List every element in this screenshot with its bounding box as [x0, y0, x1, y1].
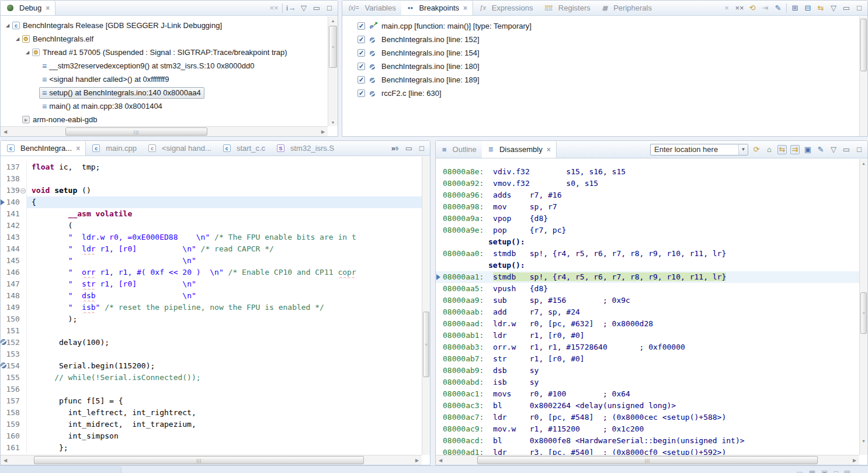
maximize-icon[interactable]: □	[417, 144, 426, 153]
tab-debug[interactable]: Debug ×	[1, 1, 55, 15]
scroll-thumb[interactable]: |||	[477, 456, 817, 464]
maximize-icon[interactable]: □	[855, 145, 864, 154]
scroll-up-icon[interactable]: ▲	[860, 159, 867, 167]
refresh-icon[interactable]: ⟳	[752, 145, 761, 154]
code-editor-area[interactable]: 137float ic, tmp;138139−void setup ()140…	[1, 157, 422, 455]
tab-outline[interactable]: ▦Outline	[436, 141, 482, 158]
breakpoint-row[interactable]: ✓↗main.cpp [function: main()] [type: Tem…	[357, 19, 860, 33]
view-menu-icon[interactable]: ▽	[829, 145, 838, 154]
editor-tab-start-c-c[interactable]: cstart_c.c	[217, 141, 270, 156]
scroll-thumb[interactable]: ≡	[860, 292, 867, 334]
collapse-all-icon[interactable]: ⊟	[803, 4, 813, 13]
expander-icon[interactable]: ◢	[24, 50, 31, 55]
tab-variables[interactable]: (x)=Variables	[342, 1, 401, 15]
skip-all-breakpoints-icon[interactable]: ✎	[773, 4, 783, 13]
tree-item[interactable]: ≡main() at main.cpp:38 0x8001404	[1, 99, 328, 113]
close-icon[interactable]: ×	[547, 146, 551, 154]
scroll-thumb[interactable]	[860, 19, 867, 71]
breakpoint-row[interactable]: ✓BenchIntegrals.ino [line: 180]	[357, 60, 860, 73]
pin-view-icon[interactable]: ✎	[816, 145, 825, 154]
close-icon[interactable]: ×	[463, 4, 467, 12]
checkbox[interactable]: ✓	[357, 36, 365, 43]
tab-overflow-chevron[interactable]: »9	[389, 144, 401, 153]
show-suspend-info-icon[interactable]: i→	[286, 4, 296, 13]
scroll-thumb[interactable]: ≡	[329, 26, 337, 68]
disassembly-listing[interactable]: 08000a8e: vdiv.f32 s15, s16, s1508000a92…	[436, 159, 859, 455]
editor-tab-benchintegra-[interactable]: cBenchIntegra...×	[1, 141, 86, 156]
tree-item[interactable]: ◢cBenchIntegrals Release [GDB SEGGER J-L…	[1, 19, 328, 32]
scroll-thumb[interactable]: |||	[65, 127, 207, 136]
follow-execution-icon[interactable]: ⇉	[790, 145, 800, 154]
tree-item[interactable]: ≡__stm32reservedexception9() at stm32_is…	[1, 59, 328, 72]
tab-disassembly[interactable]: ≣Disassembly×	[482, 141, 557, 158]
scroll-thumb[interactable]: |||	[34, 456, 364, 464]
open-new-view-icon[interactable]: ▣	[803, 145, 813, 154]
tree-item[interactable]: ◢⚙Thread #1 57005 (Suspended : Signal : …	[1, 46, 328, 59]
home-icon[interactable]: ⌂	[765, 145, 774, 154]
remove-all-terminated-icon[interactable]: ××	[269, 4, 279, 13]
fold-minus-icon[interactable]: −	[20, 185, 26, 196]
breakpoint-row[interactable]: ✓BenchIntegrals.ino [line: 152]	[357, 33, 860, 46]
editor-tab--signal-hand-[interactable]: c<signal hand...	[142, 141, 217, 156]
location-combo[interactable]: Enter location here ▼	[650, 144, 748, 156]
disassembly-horizontal-scrollbar[interactable]: ◀ ||| ▶	[436, 455, 859, 465]
disassembly-vertical-scrollbar[interactable]: ▲ ≡ ▼	[859, 159, 867, 455]
close-icon[interactable]: ×	[46, 4, 50, 12]
debug-horizontal-scrollbar[interactable]: ◀ ||| ▶	[1, 126, 328, 136]
scroll-left-icon[interactable]: ◀	[1, 129, 10, 134]
tree-item[interactable]: ≡setup() at BenchIntegrals.ino:140 0x800…	[1, 86, 328, 99]
status-icon[interactable]: ▤	[844, 469, 850, 473]
scroll-down-icon[interactable]: ▼	[328, 118, 338, 126]
scroll-right-icon[interactable]: ▶	[412, 458, 422, 463]
import-breakpoints-icon[interactable]: ⇥	[761, 4, 770, 13]
scroll-left-icon[interactable]: ◀	[1, 458, 10, 463]
editor-horizontal-scrollbar[interactable]: ◀ ||| ▶	[1, 455, 422, 465]
reset-view-icon[interactable]: ⟲	[748, 4, 757, 13]
link-with-debug-icon[interactable]: ⇆	[816, 4, 825, 13]
editor-tab-main-cpp[interactable]: cmain.cpp	[86, 141, 142, 156]
location-input[interactable]: Enter location here	[651, 145, 738, 154]
tab-expressions[interactable]: ƒxExpressions	[473, 1, 538, 15]
checkbox[interactable]: ✓	[357, 63, 365, 70]
expander-icon[interactable]: ◢	[14, 36, 21, 42]
tree-item[interactable]: ▸arm-none-eabi-gdb	[1, 113, 328, 126]
checkbox[interactable]: ✓	[357, 49, 365, 57]
checkbox[interactable]: ✓	[357, 89, 365, 97]
status-icon[interactable]: □	[834, 469, 838, 473]
scroll-up-icon[interactable]: ▲	[328, 16, 338, 25]
status-icon[interactable]: ▦	[809, 469, 815, 473]
breakpoints-vertical-scrollbar[interactable]	[859, 16, 867, 136]
editor-tab-stm32-isrs-s[interactable]: Sstm32_isrs.S	[270, 141, 339, 156]
tab-registers[interactable]: 10100101Registers	[538, 1, 595, 15]
checkbox[interactable]: ✓	[357, 76, 365, 84]
expand-all-icon[interactable]: ⊞	[790, 4, 800, 13]
chevron-down-icon[interactable]: ▼	[738, 144, 748, 155]
view-menu-icon[interactable]: ▽	[829, 4, 838, 13]
debug-launch-tree[interactable]: ◢cBenchIntegrals Release [GDB SEGGER J-L…	[1, 16, 328, 126]
remove-all-breakpoints-icon[interactable]: ××	[735, 4, 744, 13]
status-icon[interactable]: ▣	[821, 469, 828, 473]
minimize-icon[interactable]: ▭	[404, 144, 414, 153]
tab-breakpoints[interactable]: ●●Breakpoints×	[401, 1, 473, 15]
tree-item[interactable]: ≡<signal handler called>() at 0xfffffff9	[1, 72, 328, 86]
breakpoint-row[interactable]: ✓rccF2.c [line: 630]	[357, 87, 860, 100]
remove-breakpoint-icon[interactable]: ×	[722, 4, 731, 13]
checkbox[interactable]: ✓	[357, 22, 365, 30]
editor-vertical-scrollbar[interactable]: ≡	[422, 157, 430, 455]
minimize-icon[interactable]: ▭	[842, 4, 851, 13]
view-menu-icon[interactable]: ▽	[299, 4, 308, 13]
breakpoint-gutter-icon[interactable]	[1, 337, 6, 348]
maximize-icon[interactable]: □	[325, 4, 334, 13]
scroll-thumb[interactable]: ≡	[423, 312, 429, 377]
expander-icon[interactable]: ◢	[4, 23, 11, 28]
scroll-down-icon[interactable]: ▼	[860, 437, 867, 445]
breakpoints-list[interactable]: ✓↗main.cpp [function: main()] [type: Tem…	[342, 16, 860, 136]
minimize-icon[interactable]: ▭	[312, 4, 321, 13]
scroll-right-icon[interactable]: ▶	[318, 129, 328, 134]
breakpoint-gutter-icon[interactable]	[1, 360, 6, 372]
link-with-debug-context-icon[interactable]: ⇆	[777, 145, 787, 154]
close-icon[interactable]: ×	[76, 144, 80, 153]
maximize-icon[interactable]: □	[855, 4, 864, 13]
status-icon[interactable]: ▭	[796, 469, 803, 473]
breakpoint-row[interactable]: ✓BenchIntegrals.ino [line: 189]	[357, 73, 860, 87]
